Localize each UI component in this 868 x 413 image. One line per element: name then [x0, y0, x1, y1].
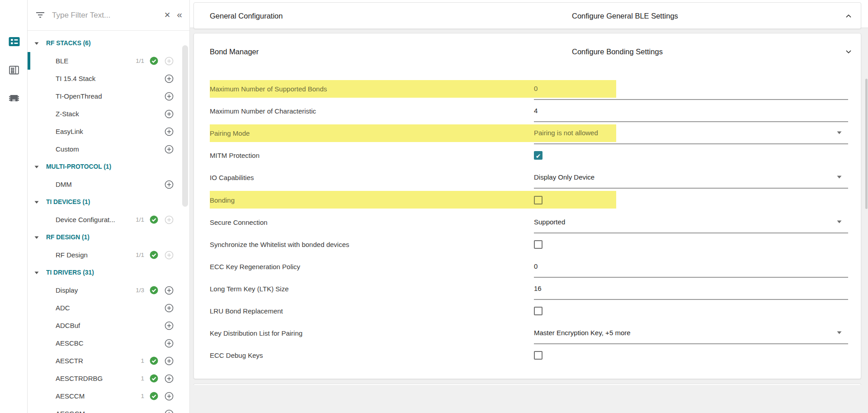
setting-control[interactable]: 4	[534, 100, 848, 122]
checkbox[interactable]	[534, 351, 542, 360]
add-instance-button[interactable]	[164, 144, 174, 154]
select-arrow-icon[interactable]	[837, 131, 842, 134]
tree-item[interactable]: MULTI-PROTOCOL (1)	[28, 158, 189, 176]
tree-item[interactable]: DMM	[28, 176, 189, 193]
setting-control[interactable]	[534, 144, 848, 166]
software-view-icon[interactable]	[8, 35, 20, 48]
board-view-icon[interactable]	[8, 64, 20, 76]
setting-label: Pairing Mode	[210, 129, 534, 137]
instance-count: 1/1	[136, 252, 144, 258]
setting-value[interactable]: 0	[534, 85, 538, 92]
tree-scrollbar-thumb[interactable]	[182, 45, 188, 207]
tree-item[interactable]: Custom	[28, 140, 189, 158]
tree-item[interactable]: TI-OpenThread	[28, 87, 189, 105]
module-tree-panel: ✕ « RF STACKS (6) BLE 1/1	[28, 0, 190, 413]
tree-item[interactable]: BLE 1/1	[28, 52, 189, 70]
filter-input[interactable]	[52, 11, 160, 20]
add-instance-button[interactable]	[164, 109, 174, 119]
chevron-up-icon[interactable]	[843, 11, 854, 22]
add-instance-button[interactable]	[164, 374, 174, 384]
tree-item[interactable]: ADCBuf	[28, 317, 189, 334]
add-instance-button[interactable]	[164, 356, 174, 366]
setting-value[interactable]: Master Encryption Key, +5 more	[534, 329, 631, 337]
add-instance-button[interactable]	[164, 303, 174, 313]
setting-control[interactable]: Pairing is not allowed	[534, 122, 848, 144]
setting-row: Long Term Key (LTK) Size 16	[194, 278, 861, 300]
setting-control[interactable]	[534, 344, 848, 366]
tree-item[interactable]: AESCTRDRBG 1	[28, 370, 189, 387]
add-instance-button[interactable]	[164, 215, 174, 225]
device-view-icon[interactable]	[8, 92, 20, 105]
tree-item[interactable]: Z-Stack	[28, 105, 189, 123]
setting-control[interactable]: Display Only Device	[534, 166, 848, 189]
tree-item[interactable]: RF Design 1/1	[28, 246, 189, 264]
tree-item[interactable]: TI DRIVERS (31)	[28, 264, 189, 281]
setting-label: ECC Key Regeneration Policy	[210, 263, 534, 271]
instance-count: 1/3	[136, 287, 144, 294]
configured-badge	[150, 215, 158, 224]
tree-item[interactable]: AESCBC	[28, 334, 189, 352]
tree-item[interactable]: RF DESIGN (1)	[28, 228, 189, 246]
setting-value[interactable]: Pairing is not allowed	[534, 129, 598, 137]
tree-item[interactable]: TI 15.4 Stack	[28, 70, 189, 87]
section-header[interactable]: General Configuration Configure General …	[194, 3, 861, 29]
chevron-down-icon[interactable]	[843, 46, 854, 57]
section-header[interactable]: Bond Manager Configure Bonding Settings	[194, 33, 861, 70]
add-instance-button[interactable]	[164, 409, 174, 413]
add-instance-button[interactable]	[164, 391, 174, 401]
checkbox[interactable]	[534, 151, 542, 160]
tree-item-label: ADC	[56, 304, 144, 312]
configured-badge	[150, 392, 158, 400]
setting-control[interactable]	[534, 300, 848, 322]
add-instance-button[interactable]	[164, 74, 174, 84]
setting-value[interactable]: Display Only Device	[534, 173, 594, 181]
expand-arrow-icon[interactable]	[34, 235, 40, 240]
tree-item[interactable]: AESCCM 1	[28, 387, 189, 405]
setting-value[interactable]: 4	[534, 107, 538, 114]
add-instance-button[interactable]	[164, 321, 174, 331]
add-instance-button[interactable]	[164, 127, 174, 137]
tree-item[interactable]: EasyLink	[28, 123, 189, 140]
add-instance-button[interactable]	[164, 285, 174, 295]
tree-item-label: AESCTRDRBG	[56, 375, 141, 382]
add-instance-button[interactable]	[164, 56, 174, 66]
expand-arrow-icon[interactable]	[34, 41, 40, 46]
tree-item[interactable]: RF STACKS (6)	[28, 34, 189, 52]
setting-control[interactable]	[534, 233, 848, 256]
setting-value[interactable]: 16	[534, 285, 542, 292]
setting-value[interactable]: 0	[534, 262, 538, 270]
select-arrow-icon[interactable]	[837, 176, 842, 179]
add-instance-button[interactable]	[164, 91, 174, 101]
setting-control[interactable]	[534, 189, 848, 211]
add-instance-button[interactable]	[164, 338, 174, 348]
setting-control[interactable]: Supported	[534, 211, 848, 233]
main-scrollbar-thumb[interactable]	[865, 79, 868, 209]
tree-item[interactable]: ADC	[28, 299, 189, 317]
sysconfig-window: ✕ « RF STACKS (6) BLE 1/1	[0, 0, 868, 413]
setting-row: Key Distribution List for Pairing Master…	[194, 322, 861, 344]
setting-control[interactable]: 16	[534, 278, 848, 300]
filter-clear-icon[interactable]: ✕	[160, 9, 174, 22]
tree-item[interactable]: Device Configurat... 1/1	[28, 211, 189, 228]
tree-item[interactable]: AESCTR 1	[28, 352, 189, 370]
setting-control[interactable]: 0	[534, 256, 848, 278]
select-arrow-icon[interactable]	[837, 331, 842, 334]
expand-arrow-icon[interactable]	[34, 164, 40, 170]
tree-item[interactable]: Display 1/3	[28, 281, 189, 299]
add-instance-button[interactable]	[164, 180, 174, 190]
checkbox[interactable]	[534, 240, 542, 249]
tree-item[interactable]: AESGCM	[28, 405, 189, 413]
configured-badge	[150, 286, 158, 294]
expand-arrow-icon[interactable]	[34, 270, 40, 275]
expand-arrow-icon[interactable]	[34, 199, 40, 205]
checkbox[interactable]	[534, 307, 542, 315]
setting-control[interactable]: 0	[534, 78, 848, 100]
add-instance-button[interactable]	[164, 250, 174, 260]
setting-value[interactable]: Supported	[534, 218, 565, 226]
select-arrow-icon[interactable]	[837, 220, 842, 223]
checkbox[interactable]	[534, 196, 542, 204]
setting-label: Maximum Number of Characteristic	[210, 107, 534, 115]
setting-control[interactable]: Master Encryption Key, +5 more	[534, 322, 848, 344]
panel-collapse-icon[interactable]: «	[174, 9, 183, 21]
tree-item[interactable]: TI DEVICES (1)	[28, 193, 189, 211]
